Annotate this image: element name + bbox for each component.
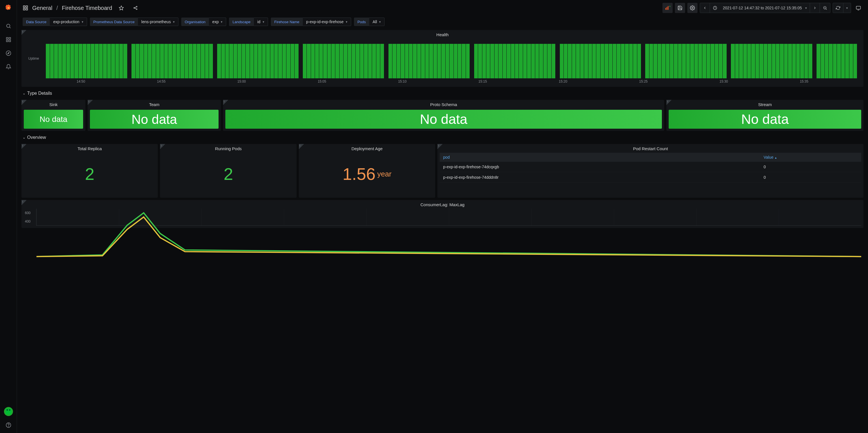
panel-health[interactable]: Health Uptime 14:5014:5515:0015:0515:101… [22, 30, 864, 87]
info-icon[interactable] [299, 144, 304, 149]
panel-stream[interactable]: Stream No data [666, 100, 864, 131]
time-range-button[interactable]: 2021-07-12 14:47:32 to 2021-07-12 15:35:… [710, 3, 810, 13]
health-bar [531, 44, 535, 78]
var-data-source[interactable]: Data Source exp-production▾ [23, 18, 87, 26]
info-icon[interactable] [223, 100, 228, 105]
row-overview[interactable]: ⌄ Overview [22, 133, 864, 142]
avatar[interactable] [3, 406, 14, 417]
tv-mode-icon[interactable] [853, 3, 864, 13]
settings-icon[interactable] [687, 3, 698, 13]
health-bar [62, 44, 66, 78]
xtick: 15:15 [442, 80, 523, 84]
info-icon[interactable] [22, 144, 27, 149]
info-icon[interactable] [666, 100, 672, 105]
health-bar [715, 44, 718, 78]
health-bar [413, 44, 416, 78]
health-bar [311, 44, 315, 78]
health-bar [498, 44, 502, 78]
svg-point-0 [7, 7, 9, 9]
svg-point-16 [134, 8, 134, 8]
health-bar [70, 44, 74, 78]
health-bar [686, 44, 690, 78]
chevron-down-icon: ▾ [805, 6, 807, 10]
health-bar [303, 44, 307, 78]
star-icon[interactable] [116, 3, 126, 13]
search-icon[interactable] [3, 20, 14, 32]
zoom-out-icon[interactable] [820, 3, 830, 13]
health-bar [160, 44, 164, 78]
health-bar [474, 44, 478, 78]
svg-line-19 [134, 7, 136, 8]
health-bar [348, 44, 351, 78]
health-bar [409, 44, 412, 78]
table-header-value[interactable]: Value ▴ [760, 153, 861, 162]
health-bar [796, 44, 800, 78]
save-icon[interactable] [675, 3, 685, 13]
table-row[interactable]: p-exp-id-exp-firehose-74dcqxgb0 [440, 162, 861, 172]
var-prometheus[interactable]: Prometheus Data Source lens-prometheus▾ [90, 18, 178, 26]
info-icon[interactable] [22, 100, 27, 105]
var-landscape[interactable]: Landscape id▾ [229, 18, 268, 26]
health-bar [328, 44, 331, 78]
info-icon[interactable] [160, 144, 165, 149]
panel-team[interactable]: Team No data [88, 100, 221, 131]
health-bar [213, 44, 217, 78]
health-bar [478, 44, 482, 78]
var-organisation[interactable]: Organisation exp▾ [181, 18, 226, 26]
panel-pod-restart-count[interactable]: Pod Restart Count pod Value ▴ p-exp-id-e… [437, 144, 864, 198]
xtick: 14:50 [41, 80, 121, 84]
health-bar [217, 44, 221, 78]
health-bar [600, 44, 604, 78]
health-bar [825, 44, 829, 78]
breadcrumb-dashboard[interactable]: Firehose Timeboard [62, 5, 112, 11]
svg-marker-15 [119, 6, 123, 10]
dashboards-icon[interactable] [3, 34, 14, 45]
health-bar [723, 44, 726, 78]
add-panel-icon[interactable]: + [662, 3, 673, 13]
info-icon[interactable] [22, 200, 27, 205]
share-icon[interactable] [130, 3, 141, 13]
row-type-details[interactable]: ⌄ Type Details [22, 89, 864, 98]
info-icon[interactable] [437, 144, 442, 149]
grafana-logo[interactable] [4, 3, 13, 12]
info-icon[interactable] [88, 100, 93, 105]
chevron-down-icon: ▾ [846, 6, 848, 10]
breadcrumb-folder[interactable]: General [32, 5, 52, 11]
health-bar [127, 44, 131, 78]
refresh-interval-button[interactable]: ▾ [843, 3, 851, 13]
health-bar [205, 44, 209, 78]
health-bar [421, 44, 425, 78]
var-pods[interactable]: Pods All▾ [354, 18, 384, 26]
panel-deployment-age[interactable]: Deployment Age 1.56 year [299, 144, 435, 198]
health-bar [58, 44, 62, 78]
refresh-icon[interactable] [833, 3, 843, 13]
health-bar [633, 44, 637, 78]
health-bar [250, 44, 254, 78]
table-row[interactable]: p-exp-id-exp-firehose-74dddn8r0 [440, 172, 861, 183]
info-icon[interactable] [22, 30, 27, 35]
health-ylabel: Uptime [27, 39, 41, 78]
health-bar [470, 44, 473, 78]
panel-proto-schema[interactable]: Proto Schema No data [223, 100, 664, 131]
panel-running-pods[interactable]: Running Pods 2 [160, 144, 296, 198]
svg-marker-8 [7, 52, 9, 54]
time-prev-icon[interactable] [700, 3, 710, 13]
explore-icon[interactable] [3, 48, 14, 59]
health-bar [743, 44, 747, 78]
health-bar [380, 44, 384, 78]
panel-sink[interactable]: Sink No data [22, 100, 85, 131]
health-bar [845, 44, 849, 78]
time-next-icon[interactable] [810, 3, 820, 13]
dashboards-grid-icon[interactable] [23, 5, 28, 11]
health-bar [747, 44, 751, 78]
var-firehose-name[interactable]: Firehose Name p-exp-id-exp-firehose▾ [271, 18, 351, 26]
health-bar [356, 44, 359, 78]
table-header-pod[interactable]: pod [440, 153, 760, 162]
help-icon[interactable] [3, 420, 14, 431]
alerting-icon[interactable] [3, 61, 14, 72]
panel-total-replica[interactable]: Total Replica 2 [22, 144, 158, 198]
health-bar [702, 44, 706, 78]
health-bar [433, 44, 437, 78]
lag-yaxis: 600 400 [25, 209, 31, 226]
panel-consumer-lag[interactable]: ConsumerLag: MaxLag 600 400 [22, 200, 864, 228]
